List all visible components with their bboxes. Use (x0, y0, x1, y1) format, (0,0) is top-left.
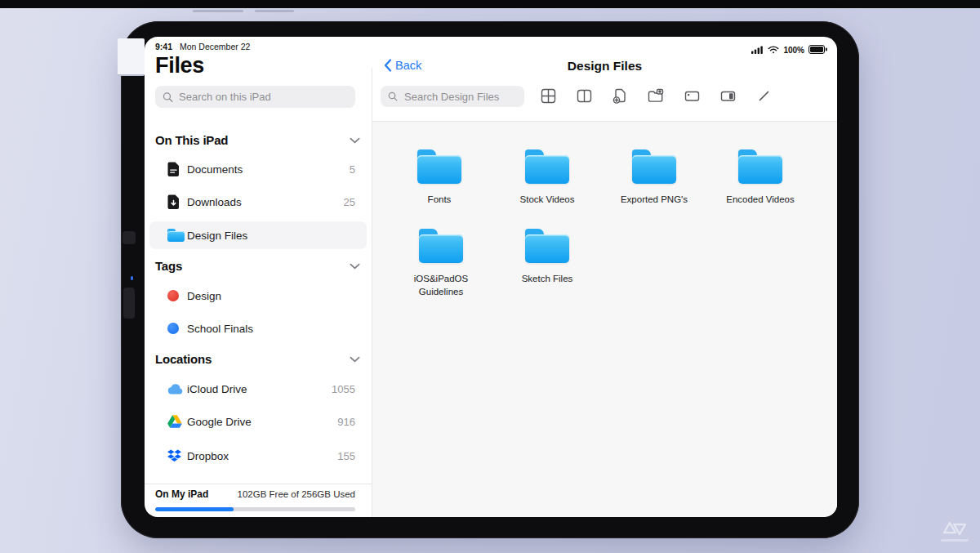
red-tag-dot (167, 290, 187, 301)
bezel-indicator-dot (131, 276, 133, 280)
chevron-left-icon (384, 59, 392, 72)
document-icon (167, 162, 187, 176)
sidebar-item-label: iCloud Drive (187, 383, 332, 395)
sidebar-item-dropbox[interactable]: Dropbox 155 (167, 444, 355, 468)
back-label: Back (395, 59, 421, 72)
chevron-down-icon[interactable] (350, 351, 360, 366)
new-folder-icon[interactable] (647, 87, 665, 105)
folder-label: Encoded Videos (726, 193, 795, 206)
sidebar-item-tag-design[interactable]: Design (167, 283, 355, 308)
watermark-logo (941, 520, 969, 542)
back-button[interactable]: Back (384, 59, 421, 72)
sidebar-item-design-files[interactable]: Design Files (167, 223, 355, 248)
folder-icon (632, 149, 676, 184)
sidebar-item-label: Dropbox (187, 450, 337, 462)
storage-progress-fill (155, 507, 234, 511)
storage-progress-bar (155, 507, 355, 511)
storage-divider (145, 484, 372, 484)
folder-encoded-videos[interactable]: Encoded Videos (711, 149, 809, 206)
sidebar-item-label: Downloads (187, 196, 344, 208)
sidebar-item-downloads[interactable]: Downloads 25 (167, 190, 355, 214)
desktop-background: 9:41 Mon December 22 (0, 0, 980, 553)
folder-label: Exported PNG's (621, 193, 688, 206)
search-icon (163, 91, 173, 102)
storage-info: On My iPad 102GB Free of 256GB Used (155, 488, 355, 500)
icloud-icon (167, 384, 187, 395)
sidebar-item-label: Design (187, 290, 355, 302)
main-search-input[interactable] (381, 86, 524, 107)
sidebar-item-count: 5 (350, 163, 355, 176)
sidebar-item-label: Google Drive (187, 416, 337, 428)
panel-title: Design Files (372, 59, 837, 74)
app-title: Files (155, 53, 204, 78)
bezel-mark (123, 288, 135, 319)
scan-document-icon[interactable] (683, 87, 701, 105)
section-label: Locations (155, 352, 212, 366)
sidebar-search-field[interactable] (155, 86, 355, 108)
bezel-mark (122, 231, 136, 244)
sidebar-item-count: 25 (344, 196, 355, 208)
folder-label: Fonts (428, 193, 452, 206)
folder-icon (525, 229, 569, 263)
folder-label: Stock Videos (520, 193, 575, 206)
toolbar (539, 87, 773, 105)
folder-icon (419, 229, 463, 263)
sidebar: Files On This iPad (145, 37, 372, 517)
grid-view-icon[interactable] (539, 87, 557, 105)
folder-icon (417, 149, 461, 184)
sidebar-item-documents[interactable]: Documents 5 (167, 157, 355, 181)
chevron-down-icon[interactable] (350, 258, 360, 273)
chevron-down-icon[interactable] (350, 132, 360, 147)
download-document-icon (167, 194, 187, 209)
sidebar-item-count: 155 (337, 450, 355, 462)
sidebar-section-locations[interactable]: Locations (155, 350, 360, 368)
google-drive-icon (167, 415, 187, 428)
sidebar-item-count: 1055 (332, 383, 355, 395)
sidebar-item-label: Design Files (187, 230, 355, 242)
sidebar-item-label: Documents (187, 163, 350, 176)
main-search-field[interactable] (381, 86, 524, 107)
sidebar-section-on-this-ipad[interactable]: On This iPad (155, 131, 360, 149)
folder-icon (738, 149, 782, 184)
top-black-bar (0, 0, 980, 8)
folder-icon (525, 149, 569, 184)
storage-usage-text: 102GB Free of 256GB Used (238, 489, 355, 499)
folder-label: iOS&iPadOS Guidelines (403, 272, 479, 298)
sidebar-search-input[interactable] (155, 86, 355, 108)
new-document-icon[interactable] (611, 87, 629, 105)
folder-label: Sketch Files (522, 272, 573, 285)
ipad-power-button (255, 10, 294, 12)
blue-folder-icon (167, 229, 187, 242)
sidebar-item-count: 916 (337, 416, 355, 428)
sidebar-section-tags[interactable]: Tags (155, 256, 360, 274)
folder-stock-videos[interactable]: Stock Videos (498, 149, 596, 206)
sidebar-item-google-drive[interactable]: Google Drive 916 (167, 409, 355, 434)
blue-tag-dot (167, 323, 187, 334)
split-view-icon[interactable] (575, 87, 593, 105)
main-panel: Back Design Files (372, 37, 837, 517)
markup-icon[interactable] (755, 87, 773, 105)
sidebar-item-tag-school-finals[interactable]: School Finals (167, 316, 355, 341)
dropbox-icon (167, 449, 187, 462)
sidebar-item-icloud-drive[interactable]: iCloud Drive 1055 (167, 377, 355, 401)
folder-sketch-files[interactable]: Sketch Files (498, 229, 596, 285)
ipad-frame: 9:41 Mon December 22 (121, 21, 859, 538)
storage-device-label: On My iPad (155, 488, 208, 500)
section-label: On This iPad (155, 133, 228, 147)
sidebar-toggle-icon[interactable] (719, 87, 737, 105)
ipad-volume-button (193, 10, 243, 12)
section-label: Tags (155, 259, 182, 273)
folder-fonts[interactable]: Fonts (390, 149, 488, 206)
search-icon (388, 91, 398, 101)
ipad-screen: 9:41 Mon December 22 (145, 37, 837, 517)
background-window-fragment (118, 38, 145, 76)
folder-ios-ipados-guidelines[interactable]: iOS&iPadOS Guidelines (392, 229, 490, 298)
folder-exported-pngs[interactable]: Exported PNG's (605, 149, 703, 206)
sidebar-item-label: School Finals (187, 323, 355, 335)
